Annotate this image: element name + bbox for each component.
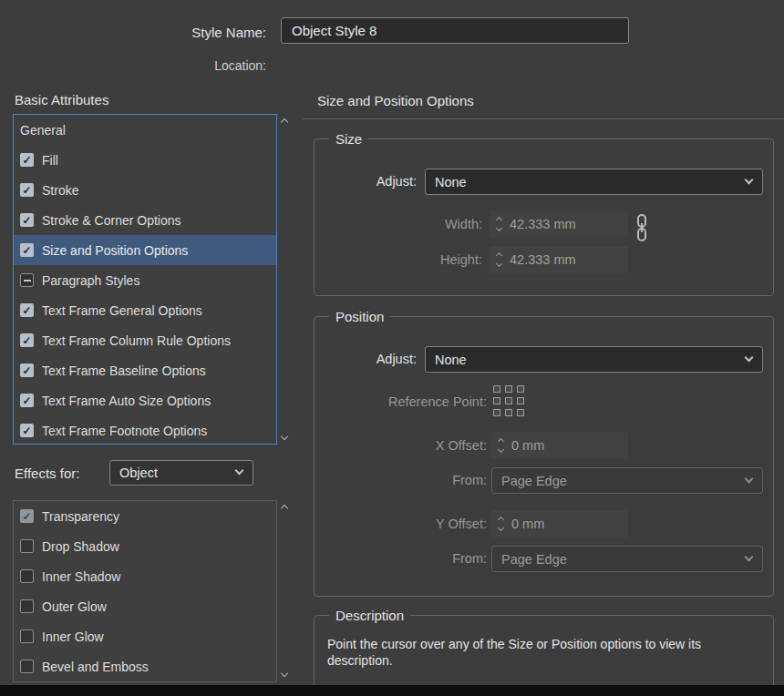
scroll-up-icon[interactable] [281,505,288,512]
list-item-text-frame-auto-size-options[interactable]: ✓Text Frame Auto Size Options [14,385,276,415]
list-item-stroke-corner-options[interactable]: ✓Stroke & Corner Options [14,205,276,235]
size-group: Size Adjust: None Width: 42.333 mm Heigh… [314,138,774,296]
list-item-text-frame-baseline-options[interactable]: ✓Text Frame Baseline Options [14,355,276,385]
list-item-size-and-position-options[interactable]: ✓Size and Position Options [14,235,276,265]
panel-divider [303,118,784,119]
list-item-label: Inner Shadow [42,569,120,584]
scroll-down-icon[interactable] [281,433,288,440]
basic-attributes-scrollbar[interactable] [277,114,292,445]
list-item-outer-glow[interactable]: Outer Glow [14,591,276,621]
chevron-down-icon [745,552,754,561]
stepper-icon [490,218,508,230]
size-adjust-value: None [435,175,467,189]
window-edge [0,685,784,696]
stepper-icon [491,517,510,530]
style-name-input[interactable] [281,17,629,44]
checkbox[interactable]: ✓ [20,153,34,167]
stepper-icon [490,253,508,266]
checkbox[interactable]: ✓ [20,303,34,317]
checkbox[interactable]: ✓ [20,394,34,407]
reference-point-grid-icon [493,385,528,420]
list-item-label: Size and Position Options [42,243,188,258]
position-adjust-label: Adjust: [315,346,417,373]
y-from-dropdown: Page Edge [491,546,763,572]
checkbox[interactable] [20,569,34,583]
size-adjust-dropdown[interactable]: None [425,169,763,195]
list-item-drop-shadow[interactable]: Drop Shadow [14,531,276,561]
list-item-text-frame-column-rule-options[interactable]: ✓Text Frame Column Rule Options [14,325,276,355]
checkbox[interactable]: ✓ [20,363,34,377]
effects-scrollbar[interactable] [277,500,292,681]
list-item-label: Text Frame Baseline Options [42,363,206,378]
y-from-label: From: [315,546,487,572]
list-item-bevel-and-emboss[interactable]: Bevel and Emboss [14,651,276,681]
effects-list[interactable]: ✓TransparencyDrop ShadowInner ShadowOute… [13,500,277,682]
position-adjust-dropdown[interactable]: None [425,346,763,373]
y-from-value: Page Edge [501,552,567,567]
list-item-label: Text Frame Footnote Options [42,424,207,438]
checkbox[interactable] [20,273,34,287]
list-item-general[interactable]: General [14,115,276,145]
x-offset-value: 0 mm [510,438,544,453]
list-item-label: Outer Glow [42,599,107,614]
reference-point-label: Reference Point: [315,393,487,411]
link-dimensions-icon[interactable] [635,213,648,245]
chevron-down-icon [745,474,754,483]
checkbox[interactable]: ✓ [20,333,34,347]
size-adjust-label: Adjust: [315,169,417,195]
height-value: 42.333 mm [508,252,576,267]
width-label: Width: [315,210,482,238]
basic-attributes-title: Basic Attributes [15,92,108,107]
checkbox[interactable]: ✓ [20,509,34,523]
effects-target-value: Object [119,466,158,480]
description-group: Description Point the cursor over any of… [314,615,774,696]
object-style-options-dialog: { "header": { "style_name_label": "Style… [0,0,784,696]
list-item-stroke[interactable]: ✓Stroke [14,175,276,205]
description-group-legend: Description [329,607,410,625]
checkbox[interactable] [20,660,34,673]
scroll-up-icon[interactable] [281,118,288,126]
list-item-inner-shadow[interactable]: Inner Shadow [14,561,276,591]
list-item-label: Fill [42,153,58,168]
list-item-label: Drop Shadow [42,539,119,554]
list-item-text-frame-general-options[interactable]: ✓Text Frame General Options [14,295,276,325]
list-item-paragraph-styles[interactable]: Paragraph Styles [14,265,276,295]
list-item-label: Stroke [42,183,78,198]
list-item-label: Transparency [42,509,119,524]
checkbox[interactable]: ✓ [20,183,34,197]
list-item-inner-glow[interactable]: Inner Glow [14,621,276,651]
checkbox[interactable] [20,599,34,613]
checkbox[interactable] [20,539,34,553]
list-item-label: Text Frame General Options [42,303,202,318]
x-offset-label: X Offset: [315,432,487,459]
list-item-transparency[interactable]: ✓Transparency [14,501,276,531]
checkbox[interactable]: ✓ [20,424,34,437]
list-item-fill[interactable]: ✓Fill [14,145,276,175]
list-item-label: Inner Glow [42,629,104,644]
scroll-down-icon[interactable] [281,670,288,677]
chevron-down-icon [745,175,754,184]
height-field: 42.333 mm [490,246,628,273]
list-item-label: General [20,123,66,138]
position-adjust-value: None [435,353,467,367]
height-label: Height: [315,246,482,273]
basic-attributes-list[interactable]: General✓Fill✓Stroke✓Stroke & Corner Opti… [13,114,277,445]
stepper-icon [491,439,510,452]
y-offset-value: 0 mm [510,517,544,531]
checkbox[interactable] [20,629,34,643]
location-label: Location: [0,58,266,73]
size-group-legend: Size [329,130,368,148]
effects-target-dropdown[interactable]: Object [109,460,253,486]
list-item-label: Paragraph Styles [42,273,139,288]
list-item-text-frame-footnote-options[interactable]: ✓Text Frame Footnote Options [14,415,276,445]
y-offset-field: 0 mm [491,510,628,537]
style-name-label: Style Name: [0,25,266,40]
checkbox[interactable]: ✓ [20,243,34,257]
width-field: 42.333 mm [490,210,628,238]
list-item-label: Stroke & Corner Options [42,213,181,228]
chevron-down-icon [745,353,754,362]
checkbox[interactable]: ✓ [20,213,34,227]
chevron-down-icon [235,466,244,476]
list-item-label: Text Frame Auto Size Options [42,394,211,408]
y-offset-label: Y Offset: [315,510,487,537]
